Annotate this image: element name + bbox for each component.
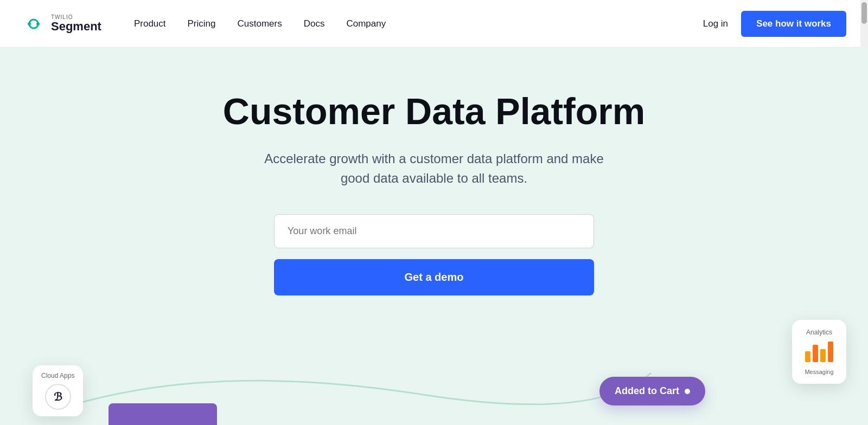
nav-pricing[interactable]: Pricing: [188, 18, 216, 29]
svg-point-0: [22, 12, 46, 36]
added-to-cart-badge: Added to Cart: [599, 377, 705, 405]
svg-point-1: [28, 22, 31, 25]
analytics-chart: [805, 340, 833, 362]
segment-logo-icon: [22, 12, 46, 36]
hero-section: Customer Data Platform Accelerate growth…: [0, 48, 868, 425]
nav-product[interactable]: Product: [134, 18, 166, 29]
scrollbar[interactable]: [860, 0, 868, 48]
email-input-wrapper[interactable]: [274, 214, 594, 248]
login-button[interactable]: Log in: [703, 18, 728, 29]
bar-2: [813, 345, 818, 362]
hero-title: Customer Data Platform: [223, 91, 645, 132]
nav-customers[interactable]: Customers: [237, 18, 282, 29]
see-how-it-works-button[interactable]: See how it works: [741, 11, 846, 37]
nav-right: Log in See how it works: [703, 11, 846, 37]
cloud-apps-label: Cloud Apps: [41, 372, 74, 379]
logo[interactable]: TWILIO Segment: [22, 12, 101, 36]
nav-docs[interactable]: Docs: [304, 18, 325, 29]
purple-partial-card: [108, 403, 217, 425]
navbar: TWILIO Segment Product Pricing Customers…: [0, 0, 868, 48]
email-input[interactable]: [288, 226, 580, 237]
logo-text: TWILIO Segment: [51, 14, 101, 33]
svg-point-2: [36, 22, 40, 25]
hero-subtitle: Accelerate growth with a customer data p…: [250, 149, 618, 188]
bar-3: [820, 349, 826, 362]
cloud-apps-card: Cloud Apps ℬ: [33, 365, 83, 416]
added-to-cart-label: Added to Cart: [615, 385, 679, 397]
get-demo-button[interactable]: Get a demo: [274, 259, 594, 295]
nav-links: Product Pricing Customers Docs Company: [134, 18, 703, 29]
messaging-label: Messaging: [805, 369, 833, 375]
segment-label: Segment: [51, 20, 101, 33]
analytics-label: Analytics: [806, 329, 832, 336]
cart-dot: [685, 389, 690, 394]
analytics-card: Analytics Messaging: [792, 320, 846, 384]
nav-company[interactable]: Company: [346, 18, 386, 29]
cloud-apps-icon: ℬ: [45, 384, 71, 410]
bar-4: [828, 342, 833, 362]
bar-1: [805, 351, 810, 362]
scrollbar-thumb: [861, 2, 867, 24]
